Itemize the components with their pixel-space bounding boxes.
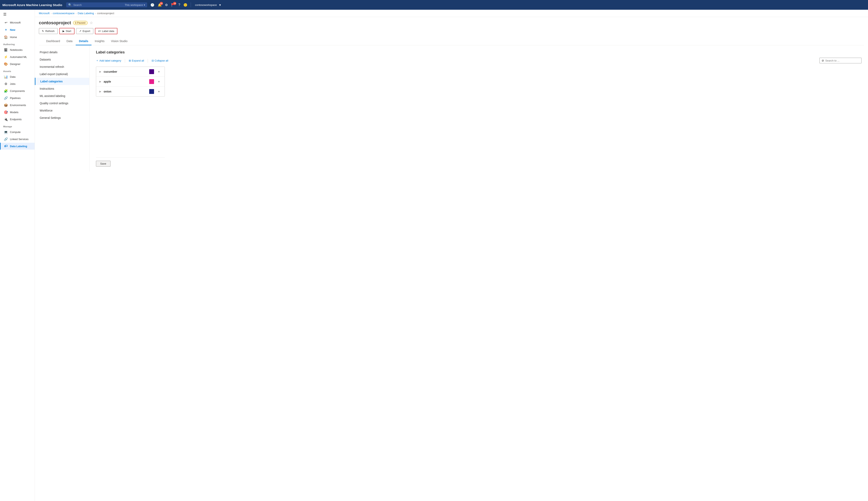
favorite-star-icon[interactable]: ☆ [90, 21, 93, 25]
sidebar-item-data-labeling[interactable]: 🏷 Data Labeling [0, 143, 35, 150]
color-swatch-apple[interactable] [149, 79, 154, 84]
breadcrumb: Microsoft › contosoworkspace › Data Labe… [35, 10, 868, 17]
new-label: New [10, 28, 15, 31]
tab-details[interactable]: Details [76, 38, 92, 45]
hamburger-icon[interactable]: ☰ [0, 10, 35, 19]
play-icon: ▶ [63, 30, 65, 33]
page-title-row: contosoproject ℹ Paused ☆ [39, 20, 864, 25]
add-label-category-button[interactable]: ＋ Add label category [96, 59, 121, 62]
section-assets: Assets [0, 67, 35, 73]
start-button[interactable]: ▶ Start [59, 28, 75, 34]
section-authoring: Authoring [0, 41, 35, 46]
sidebar-item-pipelines[interactable]: 🔗 Pipelines [0, 95, 35, 102]
expand-cucumber-icon[interactable]: ▶ [99, 70, 101, 73]
workspace-selector[interactable]: This workspace ▾ [125, 3, 145, 7]
data-labeling-label: Data Labeling [10, 145, 27, 148]
recent-icon-btn[interactable]: 🕐 [150, 2, 155, 8]
back-icon: ↩ [4, 21, 8, 24]
color-swatch-cucumber[interactable] [149, 69, 154, 74]
filter-icon: ⊘ [822, 59, 824, 62]
tab-insights[interactable]: Insights [92, 38, 108, 45]
automated-ml-icon: ⚡ [4, 55, 8, 59]
endpoints-label: Endpoints [10, 118, 22, 121]
left-nav-instructions[interactable]: Instructions [35, 85, 89, 92]
breadcrumb-workspace[interactable]: contosoworkspace [53, 12, 75, 15]
category-search-input[interactable] [825, 59, 859, 62]
search-input[interactable] [73, 3, 123, 7]
expand-onion-icon[interactable]: ▶ [99, 90, 101, 93]
page-header: contosoproject ℹ Paused ☆ ↻ Refresh ▶ St… [35, 17, 868, 45]
left-nav-workforce[interactable]: Workforce [35, 107, 89, 114]
sidebar-item-notebooks[interactable]: 📓 Notebooks [0, 46, 35, 53]
category-item-apple: ▶ apple ＋ [96, 77, 164, 87]
add-sub-onion-button[interactable]: ＋ [157, 89, 161, 94]
data-labeling-icon: 🏷 [4, 144, 8, 148]
categories-container: ▶ cucumber ＋ ▶ apple ＋ ▶ onion [96, 67, 165, 97]
sidebar-item-components[interactable]: 🧩 Components [0, 87, 35, 95]
main-layout: ☰ ↩ Microsoft ＋ New 🏠 Home Authoring 📓 N… [0, 10, 868, 501]
account-btn[interactable]: 🙂 [183, 2, 188, 8]
environments-label: Environments [10, 104, 26, 107]
category-search-box[interactable]: ⊘ [819, 58, 861, 63]
breadcrumb-microsoft[interactable]: Microsoft [39, 12, 50, 15]
left-nav-project-details[interactable]: Project details [35, 49, 89, 56]
jobs-label: Jobs [10, 82, 15, 85]
add-sub-cucumber-button[interactable]: ＋ [157, 70, 161, 74]
left-nav-label-export[interactable]: Label export (optional) [35, 71, 89, 78]
left-nav-quality-control[interactable]: Quality control settings [35, 99, 89, 107]
alerts-badge: 14 [173, 2, 176, 5]
tab-vision-studio[interactable]: Vision Studio [108, 38, 131, 45]
user-chevron-btn[interactable]: ▾ [218, 2, 222, 8]
sidebar-item-home[interactable]: 🏠 Home [0, 34, 35, 41]
expand-apple-icon[interactable]: ▶ [99, 80, 101, 83]
label-data-button[interactable]: 🏷 Label data [95, 28, 118, 34]
alerts-btn[interactable]: 🚩 14 [170, 2, 176, 8]
help-btn[interactable]: ? [178, 2, 181, 8]
main-content: Microsoft › contosoworkspace › Data Labe… [35, 10, 868, 501]
sidebar-item-compute[interactable]: 💻 Compute [0, 129, 35, 136]
sidebar-item-linked-services[interactable]: 🔗 Linked Services [0, 136, 35, 143]
pipelines-label: Pipelines [10, 97, 21, 99]
sidebar-item-data[interactable]: 📊 Data [0, 73, 35, 81]
settings-btn[interactable]: ⚙ [164, 2, 169, 8]
collapse-all-button[interactable]: ⊟ Collapse all [152, 59, 168, 62]
refresh-button[interactable]: ↻ Refresh [39, 28, 58, 34]
designer-label: Designer [10, 63, 20, 66]
collapse-all-text: Collapse all [155, 59, 168, 62]
export-button[interactable]: ↗ Export [76, 28, 93, 34]
add-sub-apple-button[interactable]: ＋ [157, 79, 161, 84]
expand-all-button[interactable]: ⊞ Expand all [129, 59, 144, 62]
sidebar-item-new[interactable]: ＋ New [0, 26, 35, 34]
left-nav-incremental-refresh[interactable]: Incremental refresh [35, 63, 89, 71]
breadcrumb-sep-1: › [51, 12, 52, 14]
sidebar-item-endpoints[interactable]: 🔌 Endpoints [0, 116, 35, 123]
left-nav-general-settings[interactable]: General Settings [35, 114, 89, 121]
notifications-btn[interactable]: 🔔 23 [157, 2, 162, 8]
automated-ml-label: Automated ML [10, 55, 27, 58]
home-icon: 🏠 [4, 35, 8, 39]
sidebar-item-microsoft[interactable]: ↩ Microsoft [0, 19, 35, 26]
breadcrumb-data-labeling[interactable]: Data Labeling [78, 12, 94, 15]
breadcrumb-sep-3: › [95, 12, 96, 14]
refresh-icon: ↻ [42, 30, 44, 33]
help-icon: ? [178, 3, 180, 7]
start-label: Start [66, 30, 71, 33]
toolbar-sep-1: | [125, 58, 126, 63]
tab-dashboard[interactable]: Dashboard [43, 38, 63, 45]
sidebar-item-environments[interactable]: 📦 Environments [0, 102, 35, 109]
smiley-icon: 🙂 [183, 3, 187, 7]
search-icon: 🔍 [68, 3, 72, 7]
sidebar-item-designer[interactable]: 🎨 Designer [0, 61, 35, 67]
microsoft-label: Microsoft [10, 21, 21, 24]
status-text: Paused [77, 21, 85, 24]
sidebar-item-models[interactable]: 🎯 Models [0, 109, 35, 116]
left-nav-ml-assisted[interactable]: ML assisted labeling [35, 92, 89, 99]
left-nav-label-categories[interactable]: Label categories [35, 78, 89, 85]
color-swatch-onion[interactable] [149, 89, 154, 94]
left-nav-datasets[interactable]: Datasets [35, 56, 89, 63]
sidebar-item-jobs[interactable]: ⚙ Jobs [0, 81, 35, 87]
save-button[interactable]: Save [96, 161, 110, 167]
sidebar-item-automated-ml[interactable]: ⚡ Automated ML [0, 53, 35, 61]
search-bar[interactable]: 🔍 This workspace ▾ [66, 2, 147, 7]
tab-data[interactable]: Data [63, 38, 76, 45]
